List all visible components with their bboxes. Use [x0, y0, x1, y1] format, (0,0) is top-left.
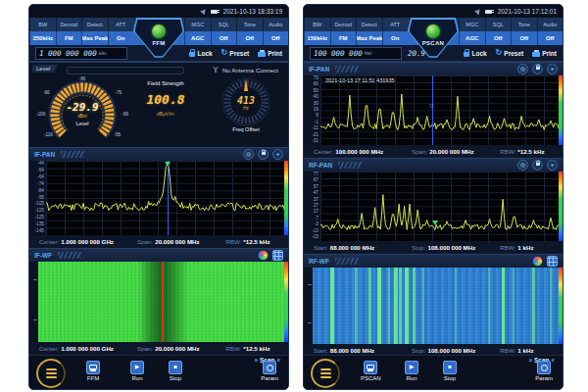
waterfall-display[interactable] — [313, 268, 563, 344]
bottom-toolbar: » Scan «FFM▶Run■StopParam — [29, 355, 288, 389]
print-button[interactable]: Print — [532, 50, 557, 57]
gps-icon — [200, 8, 208, 16]
frequency-display[interactable]: 1 000 000 000GHz — [35, 47, 127, 60]
level-section: LevelNo Antenna Connect-116-106-96-86-76… — [29, 62, 288, 147]
menu-icon — [320, 376, 331, 378]
lock-icon[interactable] — [258, 149, 269, 160]
section-rf-pan: RF-PAN◎+776757473727177-3-13-23Start:88.… — [304, 158, 563, 254]
menu-icon — [46, 376, 57, 378]
menu-bar: BWDemodDetectATTMGCSQLToneAudio150kHzFMM… — [304, 18, 563, 45]
menu-bar: BWDemodDetectATTMGCSQLToneAudio250kHzFMM… — [29, 18, 288, 45]
lock-button[interactable]: Lock — [189, 49, 212, 57]
menu-value-mgc[interactable]: AGC — [459, 31, 485, 45]
menu-label-sql: SQL — [211, 18, 237, 31]
color-scale-bar — [284, 262, 288, 342]
status-bar: 2021-10-13 18:33:19 — [29, 5, 288, 18]
menu-value-bw[interactable]: 150kHz — [304, 31, 330, 45]
menu-value-audio[interactable]: Off — [263, 31, 289, 45]
menu-value-tone[interactable]: Off — [236, 31, 263, 45]
menu-label-bw: BW — [304, 18, 330, 31]
menu-label-att: ATT — [108, 18, 134, 31]
spectrum-plot[interactable] — [46, 161, 288, 235]
menu-icon — [46, 368, 57, 370]
menu-value-att[interactable]: On — [108, 31, 134, 45]
info-center: Center:1.000 000 000 GHz — [39, 238, 137, 245]
menu-value-mgc[interactable]: AGC — [184, 31, 211, 45]
spectrum-trace — [320, 172, 563, 241]
toolbar-button-pscan[interactable]: PSCAN — [361, 361, 381, 381]
section-if-wf: IF-WFCenter:1.000 000 000 GHzSpan:20.000… — [29, 248, 288, 355]
gauge-tick-label: -56 — [114, 132, 121, 137]
level-gauge-unit: dBm — [35, 114, 129, 119]
grid-icon[interactable] — [272, 250, 283, 261]
expand-icon[interactable]: + — [547, 64, 558, 74]
toolbar-button-stop[interactable]: ■Stop — [169, 361, 182, 381]
run-icon: ▶ — [130, 361, 144, 374]
spectrum-plot[interactable]: ▽2021-10-13 17:11:51 431935 — [320, 75, 563, 145]
zoom-icon[interactable]: ◎ — [517, 160, 528, 171]
expand-icon[interactable]: + — [547, 160, 558, 171]
zoom-icon[interactable]: ◎ — [517, 64, 528, 74]
menu-value-detect[interactable]: Max Peak — [356, 31, 382, 45]
toolbar-button-run[interactable]: ▶Run — [130, 361, 144, 381]
palette-icon[interactable] — [258, 250, 269, 261]
menu-value-detect[interactable]: Max Peak — [81, 31, 108, 45]
info-span: Span:20.000 000 MHz — [137, 238, 225, 245]
menu-value-audio[interactable]: Off — [537, 31, 564, 45]
preset-button[interactable]: ↻Preset — [221, 49, 250, 57]
menu-value-bw[interactable]: 250kHz — [29, 31, 56, 45]
receiver-panel-pscan: 2021-10-13 17:12:01BWDemodDetectATTMGCSQ… — [303, 4, 564, 390]
menu-value-demod[interactable]: FM — [56, 31, 82, 45]
lock-button[interactable]: Lock — [464, 49, 486, 57]
color-scale-bar — [559, 268, 563, 344]
zoom-icon[interactable]: ◎ — [243, 149, 254, 160]
print-button[interactable]: Print — [258, 50, 282, 57]
grid-icon[interactable] — [547, 256, 558, 267]
menu-value-tone[interactable]: Off — [511, 31, 537, 45]
toolbar-button-ffm[interactable]: FFM — [86, 361, 100, 381]
menu-button[interactable] — [36, 359, 66, 388]
menu-label-bw: BW — [29, 18, 56, 31]
menu-label-sql: SQL — [485, 18, 512, 31]
y-axis-tick: -95 — [29, 196, 44, 201]
waterfall-signal-streak — [455, 268, 457, 344]
expand-icon[interactable]: + — [272, 149, 283, 160]
spectrum-plot[interactable] — [320, 172, 563, 241]
toolbar-button-label: Run — [405, 375, 418, 381]
menu-value-att[interactable]: On — [382, 31, 409, 45]
waterfall-signal-streak — [422, 268, 424, 344]
menu-value-demod[interactable]: FM — [330, 31, 357, 45]
level-gauge-value: -29.9 — [35, 101, 129, 114]
waterfall-signal-streak — [513, 268, 514, 344]
menu-value-sql[interactable]: Off — [211, 31, 237, 45]
info-rbw: RBW:1 kHz — [500, 244, 553, 251]
waterfall-display[interactable] — [38, 262, 288, 342]
y-axis-tick: 77 — [304, 172, 318, 177]
waterfall-signal-streak — [488, 268, 490, 344]
frequency-display[interactable]: 100 000 000MHz — [310, 47, 402, 60]
toolbar-button-param[interactable]: Param — [535, 361, 553, 381]
toolbar-button-stop[interactable]: ■Stop — [443, 361, 457, 381]
palette-icon[interactable] — [532, 256, 543, 267]
lock-icon[interactable] — [532, 64, 543, 74]
menu-label-att: ATT — [382, 18, 409, 31]
status-datetime: 2021-10-13 18:33:19 — [223, 8, 282, 15]
color-scale-bar — [559, 172, 563, 241]
freq-offset-label: Freq Offset — [212, 126, 280, 132]
y-axis-tick: 30 — [304, 102, 318, 107]
menu-label-demod: Demod — [56, 18, 82, 31]
info-stop: Stop:108.000 000 MHz — [412, 244, 500, 251]
lock-icon — [464, 52, 469, 57]
mode-orb-icon — [426, 24, 440, 38]
preset-button[interactable]: ↻Preset — [496, 49, 524, 57]
color-scale-bar — [284, 161, 288, 235]
menu-value-sql[interactable]: Off — [485, 31, 512, 45]
y-axis-tick: -21 — [304, 133, 318, 138]
menu-button[interactable] — [311, 359, 340, 388]
info-stop: Stop:108.000 000 MHz — [412, 347, 500, 354]
toolbar-button-param[interactable]: Param — [261, 361, 278, 381]
param-icon — [263, 361, 276, 374]
waterfall-signal-streak — [330, 268, 334, 344]
lock-icon[interactable] — [532, 160, 543, 171]
toolbar-button-run[interactable]: ▶Run — [405, 361, 418, 381]
